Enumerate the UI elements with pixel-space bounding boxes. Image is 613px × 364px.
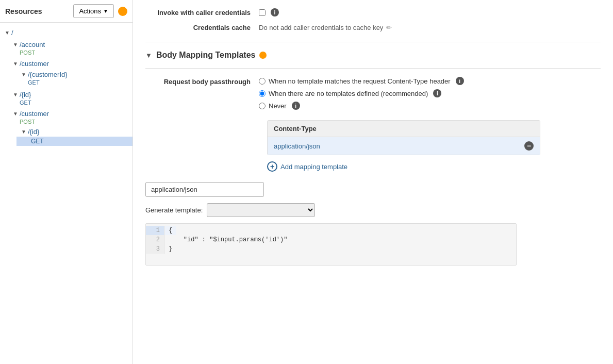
arrow-icon: ▼ [12,61,19,67]
tree-row-id2-get[interactable]: GET [16,137,132,146]
code-editor-inner: 1 { 2 "id" : "$input.params('id')" 3 } [146,224,516,265]
invoke-credentials-control: i [259,8,279,16]
invoke-credentials-checkbox[interactable] [259,9,266,16]
invoke-credentials-row: Invoke with caller credentials i [145,8,601,16]
passthrough-radio-3[interactable] [259,103,266,109]
tree-item-id2: ▼ /{id} GET [8,126,132,147]
remove-mapping-icon[interactable]: − [524,141,534,151]
invoke-credentials-label: Invoke with caller credentials [145,9,259,16]
passthrough-option-3: Never i [259,102,464,110]
tree-row-customer2[interactable]: ▼ /customer [8,109,132,119]
tree-label: /customer [20,110,49,118]
tree-method-post2[interactable]: POST [8,119,132,126]
edit-icon[interactable]: ✏ [386,24,392,31]
generate-template-label: Generate template: [145,206,203,214]
passthrough-section: Request body passthrough When no templat… [145,77,601,110]
generate-template-row: Generate template: [145,203,601,217]
arrow-icon: ▼ [12,92,19,97]
tree-method-post[interactable]: POST [8,49,132,57]
code-editor: 1 { 2 "id" : "$input.params('id')" 3 } [145,223,517,266]
code-line-2: 2 "id" : "$input.params('id')" [146,235,516,244]
generate-template-select[interactable] [207,203,315,217]
ct-table-header: Content-Type [268,121,540,137]
ct-value-link[interactable]: application/json [274,142,320,150]
passthrough-option-1-info-icon[interactable]: i [456,77,464,85]
bmt-orange-dot [259,52,267,59]
tree-label: /customer [20,60,49,68]
sidebar-header: Resources Actions ▼ [0,0,132,23]
tree-item-customerid: ▼ /{customerId} GET [8,69,132,88]
tree-label: /{customerId} [28,71,68,78]
line-number: 3 [146,244,164,254]
divider [145,42,601,42]
tree-method-get-selected: GET [31,138,44,145]
template-input-field[interactable] [145,182,264,197]
add-mapping-link[interactable]: Add mapping template [280,163,347,171]
tree-label: /account [20,41,45,48]
actions-label: Actions [79,7,101,15]
line-content[interactable]: { [164,226,176,235]
credentials-cache-row: Credentials cache Do not add caller cred… [145,24,601,31]
tree-row-id2[interactable]: ▼ /{id} [16,127,132,137]
tree-label: /{id} [28,128,39,136]
bmt-title: Body Mapping Templates [156,51,256,60]
passthrough-radio-group: When no template matches the request Con… [259,77,464,110]
template-input-area: Generate template: 1 { 2 "id" : "$input.… [145,182,601,266]
tree-item-account: ▼ /account POST [0,39,132,58]
actions-caret-icon: ▼ [103,8,108,14]
arrow-icon: ▼ [21,72,27,77]
line-number: 1 [146,226,164,235]
line-number: 2 [146,235,164,244]
passthrough-option-1-label: When no template matches the request Con… [269,77,451,85]
passthrough-option-2-label: When there are no templates defined (rec… [269,90,428,97]
tree-label: /{id} [20,91,31,98]
main-content: Invoke with caller credentials i Credent… [133,0,613,364]
bmt-collapse-icon[interactable]: ▼ [145,52,152,59]
line-content[interactable]: } [164,244,176,254]
invoke-credentials-info-icon[interactable]: i [271,8,279,16]
sidebar: Resources Actions ▼ ▼ / ▼ /account POST … [0,0,133,364]
arrow-icon: ▼ [4,30,10,36]
tree-item-id1: ▼ /{id} GET [0,89,132,108]
passthrough-option-1: When no template matches the request Con… [259,77,464,85]
passthrough-option-3-info-icon[interactable]: i [292,102,300,110]
tree-item-customer2: ▼ /customer POST ▼ /{id} GET [0,108,132,148]
passthrough-radio-1[interactable] [259,78,266,85]
passthrough-option-3-label: Never [269,102,287,110]
arrow-icon: ▼ [12,42,19,47]
line-content[interactable]: "id" : "$input.params('id')" [164,235,295,244]
ct-table-row: application/json − [268,137,540,155]
credentials-cache-value: Do not add caller credentials to cache k… [259,24,383,31]
credentials-cache-label: Credentials cache [145,24,259,31]
tree-item-customer: ▼ /customer ▼ /{customerId} GET [0,58,132,89]
body-mapping-header: ▼ Body Mapping Templates [145,51,601,60]
actions-button[interactable]: Actions ▼ [73,4,114,18]
resource-tree: ▼ / ▼ /account POST ▼ /customer ▼ /{cust… [0,23,132,152]
code-line-1: 1 { [146,226,516,235]
add-icon[interactable]: + [267,161,277,172]
arrow-icon: ▼ [12,111,19,117]
passthrough-label: Request body passthrough [145,77,259,110]
arrow-icon: ▼ [21,129,27,135]
add-mapping-row: + Add mapping template [267,161,601,172]
tree-item-root: ▼ / [0,27,132,39]
tree-row-customerid[interactable]: ▼ /{customerId} [16,70,132,79]
code-line-3: 3 } [146,244,516,254]
content-type-table: Content-Type application/json − [267,120,540,155]
sidebar-orange-dot [118,7,127,16]
divider2 [145,68,601,69]
tree-method-get[interactable]: GET [16,79,132,87]
tree-method-get[interactable]: GET [8,100,132,107]
passthrough-radio-2[interactable] [259,90,266,97]
tree-label: / [11,29,13,37]
tree-row-customer[interactable]: ▼ /customer [8,59,132,69]
tree-row-root[interactable]: ▼ / [0,28,132,38]
tree-row-account[interactable]: ▼ /account [8,40,132,49]
passthrough-option-2-info-icon[interactable]: i [433,89,441,97]
sidebar-title: Resources [5,7,69,15]
tree-row-id1[interactable]: ▼ /{id} [8,90,132,100]
passthrough-option-2: When there are no templates defined (rec… [259,89,464,97]
